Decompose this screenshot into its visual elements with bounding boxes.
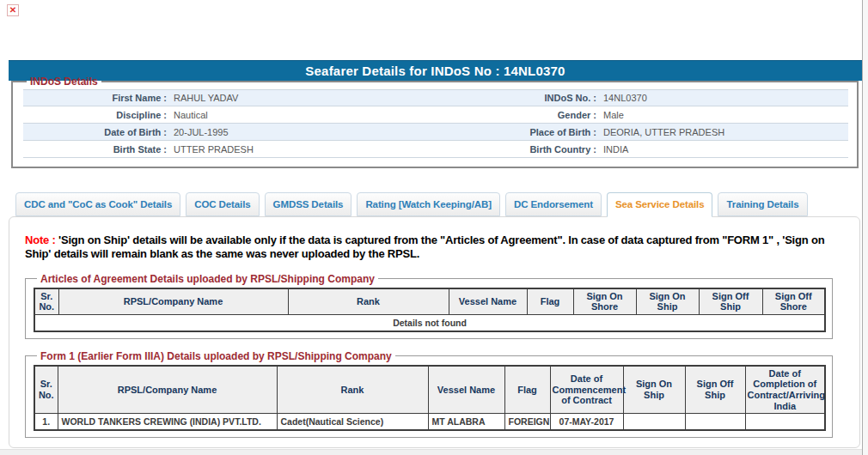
label-date-of-birth: Date of Birth :: [23, 127, 171, 137]
column-header-commencement: Date of Commencement of Contract: [550, 366, 623, 414]
indos-details-fieldset: INDoS Details First Name : RAHUL YADAV I…: [11, 76, 859, 168]
column-header-sign-on-ship: Sign On Ship: [623, 366, 685, 414]
value-first-name: RAHUL YADAV: [171, 93, 437, 103]
value-place-of-birth: DEORIA, UTTER PRADESH: [601, 127, 848, 137]
articles-of-agreement-legend: Articles of Agreement Details uploaded b…: [37, 273, 378, 285]
note-text: Note : 'Sign on Ship' details will be av…: [25, 234, 840, 262]
sea-service-tab-panel: Note : 'Sign on Ship' details will be av…: [9, 216, 860, 448]
value-indos-no: 14NL0370: [601, 93, 848, 103]
tab-gmdss-details[interactable]: GMDSS Details: [265, 192, 352, 216]
indos-row: Discipline : Nautical Gender : Male: [23, 106, 848, 124]
label-birth-country: Birth Country :: [437, 144, 601, 155]
form1-header-row: Sr. No. RPSL/Company Name Rank Vessel Na…: [34, 366, 825, 414]
note-body: 'Sign on Ship' details will be available…: [25, 234, 824, 260]
articles-table: Sr. No. RPSL/Company Name Rank Vessel Na…: [34, 288, 826, 332]
indos-details-legend: INDoS Details: [27, 76, 101, 88]
form1-table: Sr. No. RPSL/Company Name Rank Vessel Na…: [34, 365, 826, 432]
label-birth-state: Birth State :: [23, 144, 171, 155]
column-header-rank: Rank: [277, 366, 428, 414]
column-header-sign-off-ship: Sign Off Ship: [699, 288, 762, 315]
value-birth-country: INDIA: [601, 144, 848, 155]
label-first-name: First Name :: [23, 93, 171, 103]
tab-bar: CDC and "CoC as Cook" Details COC Detail…: [15, 192, 808, 217]
column-header-vessel: Vessel Name: [428, 366, 504, 414]
column-header-sign-off-ship: Sign Off Ship: [685, 366, 745, 414]
cell-flag: FOREIGN: [504, 414, 550, 431]
column-header-sign-on-shore: Sign On Shore: [573, 288, 636, 315]
label-indos-no: INDoS No. :: [437, 93, 601, 103]
cell-sign-on-ship: [623, 414, 685, 431]
details-not-found-message: Details not found: [34, 314, 825, 331]
label-gender: Gender :: [437, 110, 601, 120]
cell-rank: Cadet(Nautical Science): [277, 414, 428, 431]
column-header-flag: Flag: [527, 288, 573, 315]
tab-cdc-coc-as-cook-details[interactable]: CDC and "CoC as Cook" Details: [15, 192, 180, 216]
cell-company: WORLD TANKERS CREWING (INDIA) PVT.LTD.: [58, 414, 277, 431]
label-place-of-birth: Place of Birth :: [437, 127, 601, 137]
label-discipline: Discipline :: [23, 110, 171, 120]
cell-completion: [745, 414, 825, 431]
scrollbar[interactable]: [862, 0, 868, 455]
form1-legend: Form 1 (Earlier Form IIIA) Details uploa…: [37, 350, 395, 362]
value-discipline: Nautical: [171, 110, 437, 120]
cell-sign-off-ship: [685, 414, 745, 431]
cell-sr-no: 1.: [34, 414, 58, 431]
column-header-flag: Flag: [504, 366, 550, 414]
indos-row: Date of Birth : 20-JUL-1995 Place of Bir…: [23, 124, 848, 141]
form1-fieldset: Form 1 (Earlier Form IIIA) Details uploa…: [25, 350, 833, 439]
column-header-sign-on-ship: Sign On Ship: [636, 288, 699, 315]
tab-sea-service-details[interactable]: Sea Service Details: [607, 192, 713, 217]
column-header-sr-no: Sr. No.: [34, 366, 58, 414]
column-header-sr-no: Sr. No.: [34, 288, 58, 315]
value-gender: Male: [601, 110, 848, 120]
indos-row: Birth State : UTTER PRADESH Birth Countr…: [23, 141, 848, 158]
column-header-sign-off-shore: Sign Off Shore: [762, 288, 825, 315]
tab-coc-details[interactable]: COC Details: [186, 192, 259, 216]
broken-image-icon: ✕: [7, 4, 19, 16]
value-birth-state: UTTER PRADESH: [171, 144, 437, 155]
column-header-vessel: Vessel Name: [449, 288, 527, 315]
column-header-completion: Date of Completion of Contract/Arriving …: [745, 366, 825, 414]
cell-commencement: 07-MAY-2017: [550, 414, 623, 431]
articles-of-agreement-fieldset: Articles of Agreement Details uploaded b…: [25, 273, 833, 339]
page-bottom-strip: [0, 449, 862, 455]
indos-row: First Name : RAHUL YADAV INDoS No. : 14N…: [23, 89, 848, 106]
tab-rating-watch-keeping-ab[interactable]: Rating [Watch Keeping/AB]: [357, 192, 500, 216]
table-row: 1. WORLD TANKERS CREWING (INDIA) PVT.LTD…: [34, 414, 825, 431]
tab-dc-endorsement[interactable]: DC Endorsement: [505, 192, 602, 216]
column-header-company: RPSL/Company Name: [58, 366, 277, 414]
value-date-of-birth: 20-JUL-1995: [171, 127, 437, 137]
cell-vessel: MT ALABRA: [428, 414, 504, 431]
column-header-rank: Rank: [288, 288, 449, 315]
tab-training-details[interactable]: Training Details: [718, 192, 807, 216]
table-row: Details not found: [34, 314, 825, 331]
note-label: Note :: [25, 234, 56, 246]
articles-header-row: Sr. No. RPSL/Company Name Rank Vessel Na…: [34, 288, 825, 315]
column-header-company: RPSL/Company Name: [58, 288, 288, 315]
